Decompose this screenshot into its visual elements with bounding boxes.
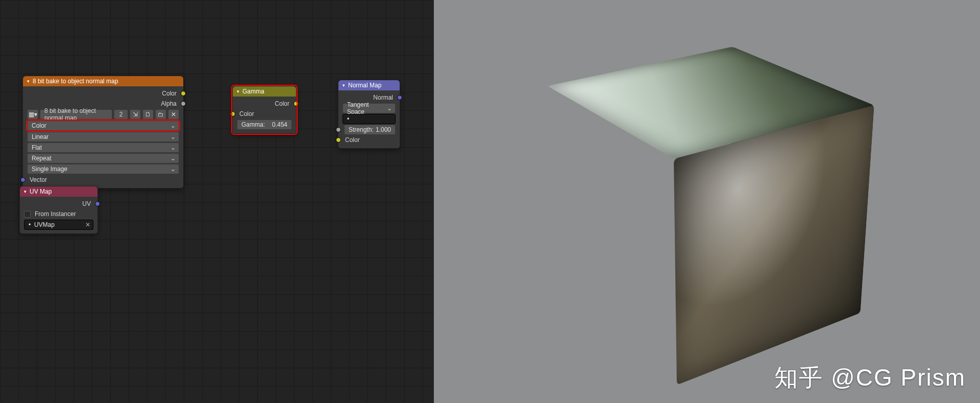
collapse-icon[interactable]: ▾ (237, 89, 239, 94)
out-color-label: Color (274, 100, 290, 107)
source-select[interactable]: Single Image (27, 164, 179, 174)
out-uv-socket[interactable] (95, 201, 100, 206)
unlink-image-icon[interactable]: ✕ (168, 109, 179, 120)
title-text: Gamma (242, 88, 264, 95)
image-name-field[interactable]: 8 bit bake to object normal map (40, 109, 112, 120)
title-text: 8 bit bake to object normal map (33, 78, 118, 85)
gamma-node[interactable]: ▾ Gamma Color Color Gamma: 0.454 (232, 86, 297, 134)
open-image-icon[interactable]: 🗀 (155, 109, 166, 120)
extension-select[interactable]: Repeat (27, 153, 179, 163)
out-color-socket[interactable] (293, 101, 299, 106)
in-color-socket[interactable] (230, 111, 235, 116)
new-image-icon[interactable]: 🗋 (142, 109, 154, 120)
out-normal-socket[interactable] (397, 95, 402, 100)
node-title[interactable]: ▾ UV Map (20, 186, 97, 197)
out-alpha-socket[interactable] (181, 101, 186, 106)
in-vector-label: Vector (29, 176, 48, 183)
uvmap-label: • (29, 221, 34, 228)
from-instancer-checkbox[interactable] (24, 211, 31, 218)
linked-icon[interactable]: ⇲ (130, 109, 141, 120)
node-title[interactable]: ▾ Gamma (233, 86, 296, 97)
normal-map-node[interactable]: ▾ Normal Map Normal Tangent Space • Stre… (338, 80, 400, 149)
image-users-count[interactable]: 2 (114, 109, 128, 120)
out-color-label: Color (161, 90, 178, 97)
title-text: Normal Map (348, 82, 381, 89)
uv-map-node[interactable]: ▾ UV Map UV From Instancer • UVMap ✕ (19, 186, 98, 234)
node-links (0, 0, 153, 77)
in-color-label: Color (238, 110, 255, 117)
gamma-value-field[interactable]: Gamma: 0.454 (237, 120, 292, 130)
out-normal-label: Normal (372, 94, 394, 101)
in-color-label: Color (344, 136, 361, 144)
projection-select[interactable]: Flat (27, 143, 179, 153)
uvmap-clear-icon[interactable]: ✕ (85, 221, 90, 228)
interpolation-select[interactable]: Linear (27, 132, 179, 142)
collapse-icon[interactable]: ▾ (342, 83, 345, 88)
node-editor[interactable]: ▾ 8 bit bake to object normal map Color … (0, 0, 434, 403)
uvmap-chip[interactable]: • (342, 114, 396, 124)
preview-cube (595, 89, 819, 314)
render-preview: 知乎 @CG Prism (434, 0, 980, 403)
image-datablock-bar: ▦▾ 8 bit bake to object normal map 2 ⇲ 🗋… (27, 109, 179, 120)
out-color-socket[interactable] (181, 91, 186, 96)
out-uv-label: UV (81, 200, 92, 207)
watermark: 知乎 @CG Prism (774, 362, 966, 394)
uvmap-chip[interactable]: • UVMap ✕ (24, 220, 93, 230)
colorspace-select[interactable]: Color (27, 121, 179, 131)
strength-field[interactable]: Strength: 1.000 (344, 125, 396, 135)
in-color-socket[interactable] (336, 137, 341, 143)
space-select[interactable]: Tangent Space (342, 103, 396, 113)
image-browse-icon[interactable]: ▦▾ (27, 109, 38, 120)
in-strength-socket[interactable] (336, 127, 341, 132)
out-alpha-label: Alpha (160, 100, 178, 107)
node-title[interactable]: ▾ 8 bit bake to object normal map (23, 76, 183, 86)
title-text: UV Map (30, 188, 52, 195)
strength-label: Strength: (349, 126, 374, 133)
collapse-icon[interactable]: ▾ (24, 189, 27, 194)
strength-value: 1.000 (376, 126, 391, 133)
from-instancer-label: From Instancer (34, 210, 77, 218)
node-title[interactable]: ▾ Normal Map (338, 80, 400, 90)
image-texture-node[interactable]: ▾ 8 bit bake to object normal map Color … (22, 76, 184, 188)
gamma-label: Gamma: (241, 121, 265, 128)
collapse-icon[interactable]: ▾ (27, 79, 30, 84)
gamma-value: 0.454 (272, 121, 287, 128)
in-vector-socket[interactable] (20, 177, 26, 182)
